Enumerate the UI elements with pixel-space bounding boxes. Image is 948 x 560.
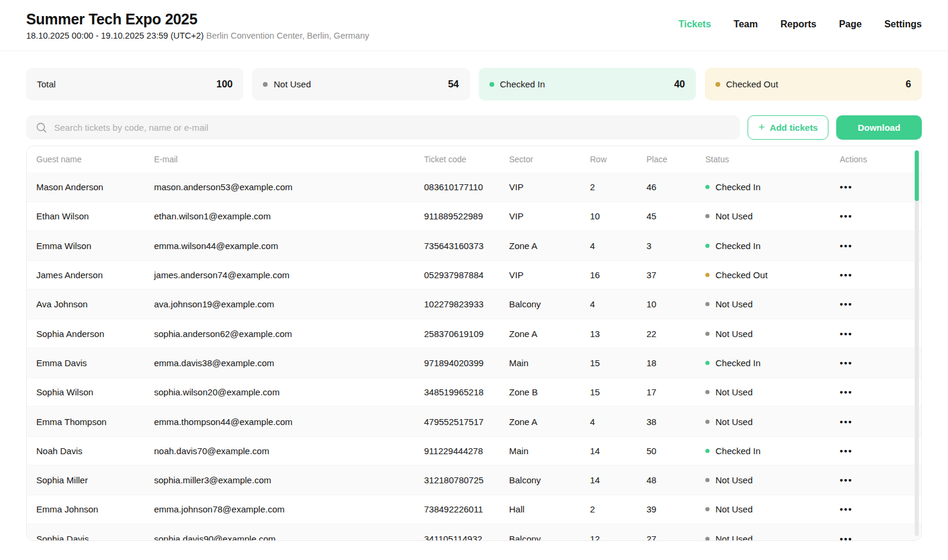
row-actions-menu-icon[interactable]: ••• bbox=[840, 299, 912, 309]
status-badge: Checked In bbox=[715, 182, 761, 192]
status-dot-icon bbox=[705, 507, 710, 511]
column-header-guest-name: Guest name bbox=[36, 155, 154, 164]
table-row: Ethan Wilsonethan.wilson1@example.com911… bbox=[27, 202, 921, 231]
row-actions-menu-icon[interactable]: ••• bbox=[840, 358, 912, 368]
guest-name-cell: James Anderson bbox=[36, 270, 154, 280]
table-body: Mason Andersonmason.anderson53@example.c… bbox=[27, 172, 921, 541]
table-row: Sophia Wilsonsophia.wilson20@example.com… bbox=[27, 377, 921, 407]
stat-label: Checked In bbox=[500, 79, 545, 89]
guest-name-cell: Sophia Davis bbox=[36, 534, 154, 541]
main-nav: TicketsTeamReportsPageSettings bbox=[679, 19, 922, 30]
sector-cell: Balcony bbox=[509, 534, 590, 541]
stat-value: 54 bbox=[448, 78, 459, 90]
status-cell: Not Used bbox=[705, 329, 840, 339]
search-input[interactable] bbox=[54, 122, 730, 133]
email-cell: emma.johnson78@example.com bbox=[154, 504, 424, 514]
ticket-code-cell: 341105114932 bbox=[424, 534, 509, 541]
place-cell: 3 bbox=[646, 241, 705, 251]
status-cell: Not Used bbox=[705, 299, 840, 309]
row-cell: 13 bbox=[590, 329, 646, 339]
status-dot-icon bbox=[705, 420, 710, 424]
guest-name-cell: Ava Johnson bbox=[36, 299, 154, 309]
sector-cell: Main bbox=[509, 446, 590, 456]
status-cell: Not Used bbox=[705, 417, 840, 427]
table-scrollbar-thumb[interactable] bbox=[915, 150, 919, 201]
email-cell: sophia.wilson20@example.com bbox=[154, 387, 424, 397]
status-cell: Not Used bbox=[705, 534, 840, 541]
row-actions-menu-icon[interactable]: ••• bbox=[840, 387, 912, 397]
row-actions-menu-icon[interactable]: ••• bbox=[840, 270, 912, 280]
ticket-code-cell: 911229444278 bbox=[424, 446, 509, 456]
row-actions-menu-icon[interactable]: ••• bbox=[840, 446, 912, 456]
table-row: Sophia Davissophia.davis90@example.com34… bbox=[27, 524, 921, 541]
sector-cell: Main bbox=[509, 358, 590, 368]
nav-item-tickets[interactable]: Tickets bbox=[679, 19, 711, 30]
status-cell: Not Used bbox=[705, 504, 840, 514]
event-location: Berlin Convention Center, Berlin, German… bbox=[206, 31, 369, 40]
guest-name-cell: Emma Johnson bbox=[36, 504, 154, 514]
stat-label: Checked Out bbox=[726, 79, 779, 89]
table-scrollbar-track[interactable] bbox=[915, 150, 919, 536]
status-dot-icon bbox=[263, 82, 268, 87]
status-badge: Not Used bbox=[715, 534, 753, 541]
sector-cell: Hall bbox=[509, 504, 590, 514]
stat-card-total: Total100 bbox=[26, 68, 243, 100]
email-cell: james.anderson74@example.com bbox=[154, 270, 424, 280]
table-row: Emma Davisemma.davis38@example.com971894… bbox=[27, 348, 921, 377]
email-cell: mason.anderson53@example.com bbox=[154, 182, 424, 192]
nav-item-reports[interactable]: Reports bbox=[780, 19, 816, 30]
sector-cell: Zone B bbox=[509, 387, 590, 397]
place-cell: 37 bbox=[646, 270, 705, 280]
add-tickets-button[interactable]: + Add tickets bbox=[748, 115, 828, 140]
row-actions-menu-icon[interactable]: ••• bbox=[840, 534, 912, 541]
row-cell: 16 bbox=[590, 270, 646, 280]
guest-name-cell: Ethan Wilson bbox=[36, 211, 154, 221]
status-dot-icon bbox=[705, 390, 710, 394]
stat-value: 100 bbox=[216, 78, 233, 90]
download-button[interactable]: Download bbox=[836, 115, 922, 140]
stats-row: Total100Not Used54Checked In40Checked Ou… bbox=[0, 51, 948, 100]
search-box[interactable] bbox=[26, 115, 740, 140]
ticket-code-cell: 971894020399 bbox=[424, 358, 509, 368]
sector-cell: VIP bbox=[509, 270, 590, 280]
email-cell: ethan.wilson1@example.com bbox=[154, 211, 424, 221]
status-dot-icon bbox=[715, 82, 720, 87]
table-row: Sophia Millersophia.miller3@example.com3… bbox=[27, 465, 921, 495]
nav-item-page[interactable]: Page bbox=[839, 19, 862, 30]
status-dot-icon bbox=[705, 449, 710, 453]
stat-card-checked-out: Checked Out6 bbox=[705, 68, 922, 100]
row-actions-menu-icon[interactable]: ••• bbox=[840, 182, 912, 192]
search-icon bbox=[36, 122, 47, 133]
row-actions-menu-icon[interactable]: ••• bbox=[840, 417, 912, 427]
row-actions-menu-icon[interactable]: ••• bbox=[840, 241, 912, 251]
ticket-code-cell: 102279823933 bbox=[424, 299, 509, 309]
column-header-place: Place bbox=[646, 155, 705, 164]
place-cell: 22 bbox=[646, 329, 705, 339]
row-cell: 2 bbox=[590, 182, 646, 192]
row-actions-menu-icon[interactable]: ••• bbox=[840, 475, 912, 485]
status-dot-icon bbox=[705, 332, 710, 336]
table-header-row: Guest nameE-mailTicket codeSectorRowPlac… bbox=[27, 146, 921, 172]
stat-card-checked-in: Checked In40 bbox=[479, 68, 696, 100]
row-actions-menu-icon[interactable]: ••• bbox=[840, 211, 912, 221]
sector-cell: VIP bbox=[509, 182, 590, 192]
place-cell: 46 bbox=[646, 182, 705, 192]
row-cell: 4 bbox=[590, 417, 646, 427]
sector-cell: Zone A bbox=[509, 329, 590, 339]
row-actions-menu-icon[interactable]: ••• bbox=[840, 329, 912, 339]
nav-item-team[interactable]: Team bbox=[734, 19, 758, 30]
status-badge: Checked In bbox=[715, 446, 761, 456]
ticket-code-cell: 348519965218 bbox=[424, 387, 509, 397]
place-cell: 45 bbox=[646, 211, 705, 221]
row-actions-menu-icon[interactable]: ••• bbox=[840, 504, 912, 514]
add-tickets-label: Add tickets bbox=[770, 122, 818, 133]
stat-value: 6 bbox=[906, 78, 911, 90]
status-badge: Checked Out bbox=[715, 270, 768, 280]
guest-name-cell: Emma Davis bbox=[36, 358, 154, 368]
nav-item-settings[interactable]: Settings bbox=[884, 19, 922, 30]
guest-name-cell: Emma Thompson bbox=[36, 417, 154, 427]
guest-name-cell: Sophia Anderson bbox=[36, 329, 154, 339]
status-dot-icon bbox=[705, 537, 710, 541]
column-header-ticket-code: Ticket code bbox=[424, 155, 509, 164]
guest-name-cell: Sophia Miller bbox=[36, 475, 154, 485]
